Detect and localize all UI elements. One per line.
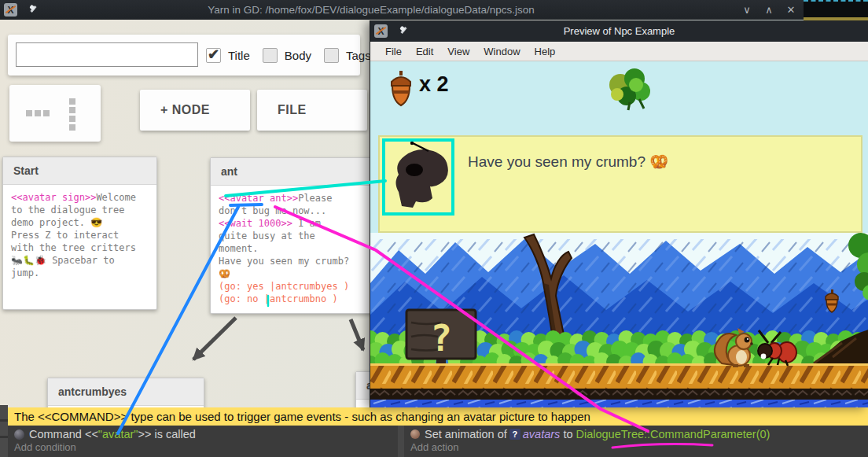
close-button[interactable]: ✕ [783, 2, 799, 18]
add-condition-button[interactable]: Add condition [8, 440, 398, 453]
node-antcrumbyes-title[interactable]: antcrumbyes [48, 378, 204, 406]
preview-titlebar: X Preview of Npc Example [370, 20, 868, 42]
game-scene: ? [370, 233, 868, 407]
menu-view[interactable]: View [440, 46, 476, 57]
water [370, 400, 868, 407]
search-input[interactable] [16, 42, 198, 67]
node-ant[interactable]: ant <<avatar ant>>Please don't bug me no… [210, 157, 376, 314]
ground [370, 363, 868, 400]
animation-icon [410, 429, 420, 439]
signal-icon [14, 429, 24, 440]
filter-body-label: Body [285, 49, 311, 62]
filter-tags-checkbox[interactable] [324, 48, 339, 63]
dialog-text: Have you seen my crumb? 🥨 [468, 153, 668, 171]
menu-edit[interactable]: Edit [409, 46, 440, 57]
filter-title-label: Title [228, 49, 250, 62]
filter-body-checkbox[interactable] [263, 48, 278, 63]
main-titlebar: X Yarn in GD: /home/fox/DEV/dialogueExam… [0, 0, 868, 20]
check-icon: ✔ [208, 46, 219, 63]
search-bar: ✔ Title Body Tags [8, 35, 360, 76]
node-start-body[interactable]: <<avatar sign>>Welcome to the dialogue t… [3, 185, 156, 286]
inspector-divider [398, 426, 404, 457]
condition-row[interactable]: Command <<"avatar">> is called [8, 426, 398, 440]
background-window-edge [804, 0, 868, 20]
file-button[interactable]: FILE [257, 90, 367, 131]
node-ant-title[interactable]: ant [211, 158, 375, 186]
ant-avatar [389, 142, 454, 211]
svg-text:?: ? [430, 317, 452, 359]
view-toggle-card [9, 85, 101, 142]
window-title: Yarn in GD: /home/fox/DEV/dialogueExampl… [0, 4, 742, 16]
node-start-title[interactable]: Start [3, 157, 156, 185]
bush-sprite [603, 64, 653, 113]
panel-edge [0, 405, 8, 457]
action-text: Set animation of?avatars to DialogueTree… [425, 428, 770, 440]
add-action-button[interactable]: Add action [404, 440, 868, 453]
maximize-button[interactable]: ∧ [761, 2, 777, 18]
menu-window[interactable]: Window [476, 46, 527, 57]
acorn-hud-icon [389, 71, 413, 109]
node-ant-body[interactable]: <<avatar ant>>Please don't bug me now...… [211, 186, 375, 311]
game-viewport[interactable]: x 2 Have you seen my crumb? 🥨 [370, 61, 868, 407]
grid-view-icon[interactable] [69, 98, 75, 131]
menu-file[interactable]: File [378, 46, 409, 57]
preview-menubar: File Edit View Window Help [370, 42, 868, 61]
acorn-count: x 2 [419, 72, 449, 97]
dialog-box: Have you seen my crumb? 🥨 [378, 135, 862, 233]
menu-help[interactable]: Help [528, 46, 563, 57]
filter-tags-label: Tags [346, 49, 371, 62]
condition-text: Command <<"avatar">> is called [29, 428, 196, 440]
list-view-icon[interactable] [26, 110, 50, 116]
add-node-button[interactable]: + NODE [140, 90, 250, 131]
preview-window: X Preview of Npc Example File Edit View … [370, 20, 868, 407]
inspector-bar: Command <<"avatar">> is called Add condi… [8, 426, 868, 457]
preview-title: Preview of Npc Example [370, 25, 868, 37]
filter-title-checkbox[interactable]: ✔ [206, 48, 221, 63]
node-start[interactable]: Start <<avatar sign>>Welcome to the dial… [2, 157, 157, 310]
minimize-button[interactable]: ∨ [739, 2, 755, 18]
action-row[interactable]: Set animation of?avatars to DialogueTree… [404, 426, 868, 440]
hint-banner: The <<COMMAND>> type can be used to trig… [8, 407, 868, 426]
